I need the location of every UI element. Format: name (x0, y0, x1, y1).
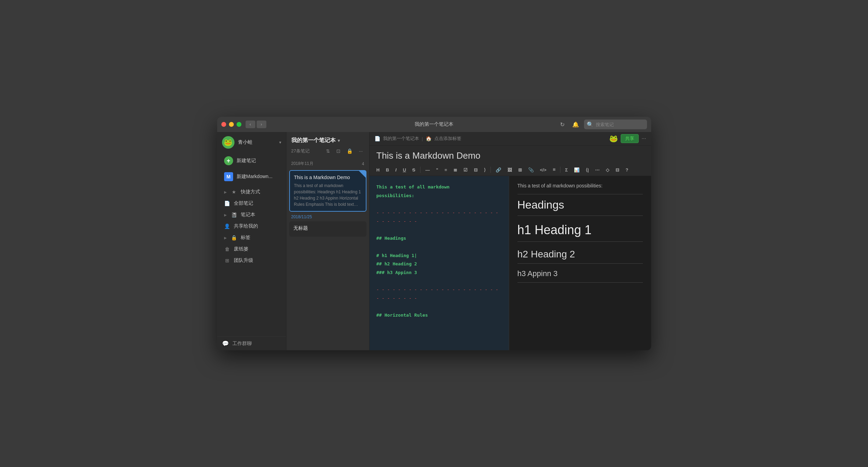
avatar: 🐸 (222, 136, 234, 149)
chart-button[interactable]: 📊 (572, 166, 582, 174)
main-content: 🐸 青小蛙 ▾ + 新建笔记 M 新建Markdown... ▶ ★ 快捷方式 (217, 132, 651, 350)
tag-placeholder[interactable]: 点击添加标签 (434, 135, 461, 142)
caret-icon: ▾ (338, 138, 340, 143)
note-date-label: 2018/11/25 (286, 213, 369, 220)
preview-headings-title: Headings (517, 199, 643, 216)
sidebar-item-notebooks[interactable]: ▶ 📓 笔记本 (219, 209, 284, 220)
note-list-toolbar: 27条笔记 ⇅ ⊡ 🔒 ··· (291, 148, 364, 155)
toolbar-separator (490, 167, 491, 173)
markdown-source[interactable]: This a test of all markdown possibilitie… (370, 176, 509, 350)
expand-icon: ▶ (224, 190, 227, 194)
sidebar-item-trash[interactable]: 🗑 废纸篓 (219, 244, 284, 255)
heading-button[interactable]: H (374, 166, 382, 174)
new-markdown-action[interactable]: M 新建Markdown... (219, 169, 284, 184)
table-button[interactable]: ⊞ (516, 166, 524, 174)
trash-icon: 🗑 (224, 246, 230, 252)
breadcrumb: 📄 我的第一个笔记本 | 🏠 点击添加标签 (374, 135, 606, 142)
search-input[interactable] (596, 122, 644, 127)
image-button[interactable]: 🖼 (505, 166, 514, 174)
note-list-panel: 我的第一个笔记本 ▾ 27条笔记 ⇅ ⊡ 🔒 ··· 2018年11月 4 Th… (286, 132, 370, 350)
editor-toolbar: H B I U S — " ≡ ≣ ☑ ⊟ ⟩ 🔗 🖼 ⊞ 📎 </> ⌗ (370, 164, 651, 176)
notebook-title-text: 我的第一个笔记本 (291, 137, 336, 144)
refresh-button[interactable]: ↻ (558, 120, 567, 129)
forward-button[interactable]: › (257, 121, 266, 128)
preview-intro: This a test of all markdown possibilitie… (517, 183, 643, 188)
minimize-button[interactable] (229, 122, 234, 127)
new-note-action[interactable]: + 新建笔记 (219, 153, 284, 168)
view-button[interactable]: ⊡ (335, 148, 342, 155)
team-icon: ⊞ (224, 258, 230, 263)
sidebar: 🐸 青小蛙 ▾ + 新建笔记 M 新建Markdown... ▶ ★ 快捷方式 (217, 132, 286, 350)
outline-button[interactable]: ◇ (604, 166, 611, 174)
search-bar[interactable]: 🔍 (584, 120, 647, 129)
editor-panel: 📄 我的第一个笔记本 | 🏠 点击添加标签 🐸 共享 ··· This is a… (370, 132, 651, 350)
note-item[interactable]: This is a Markdown Demo This a test of a… (289, 170, 366, 212)
notification-button[interactable]: 🔔 (571, 120, 581, 129)
sidebar-footer[interactable]: 💬 工作群聊 (217, 336, 286, 350)
editor-body: This a test of all markdown possibilitie… (370, 176, 651, 350)
link-button[interactable]: 🔗 (494, 166, 503, 174)
markdown-preview: This a test of all markdown possibilitie… (509, 176, 651, 350)
expand-icon: ▶ (224, 236, 227, 240)
grid-button[interactable]: ⊟ (613, 166, 621, 174)
sidebar-label: 笔记本 (241, 212, 255, 218)
breadcrumb-notebook: 我的第一个笔记本 (383, 135, 419, 142)
hr-button[interactable]: — (423, 166, 432, 174)
note-item[interactable]: 无标题 (289, 221, 366, 237)
app-window: ‹ › 我的第一个笔记本 ↻ 🔔 🔍 🐸 青小蛙 ▾ + 新建笔记 (217, 117, 651, 350)
footer-label: 工作群聊 (232, 341, 252, 347)
math-button[interactable]: Σ (563, 166, 570, 174)
date-section-header: 2018年11月 4 (286, 159, 369, 169)
help-button[interactable]: ? (623, 166, 630, 174)
avatar-small: 🐸 (609, 134, 618, 143)
ul-button[interactable]: ≡ (442, 166, 449, 174)
sidebar-user[interactable]: 🐸 青小蛙 ▾ (217, 132, 286, 153)
quote-button[interactable]: " (434, 166, 440, 174)
back-button[interactable]: ‹ (246, 121, 255, 128)
tags-icon: 🔒 (231, 235, 237, 240)
nav-buttons: ‹ › (246, 121, 266, 128)
embed-button[interactable]: 📎 (526, 166, 536, 174)
sort-button[interactable]: ⇅ (325, 148, 331, 155)
close-button[interactable] (221, 122, 226, 127)
ol-button[interactable]: ≣ (451, 166, 459, 174)
underline-button[interactable]: U (401, 166, 408, 174)
mind-button[interactable]: ⋯ (593, 166, 602, 174)
sidebar-item-shortcuts[interactable]: ▶ ★ 快捷方式 (219, 186, 284, 197)
toolbar-separator (420, 167, 420, 173)
username-label: 青小蛙 (238, 139, 253, 146)
sidebar-item-tags[interactable]: ▶ 🔒 标签 (219, 232, 284, 243)
flow-button[interactable]: ⟨| (584, 166, 591, 174)
outdent-button[interactable]: ⟩ (482, 166, 488, 174)
sidebar-label: 废纸篓 (234, 246, 248, 252)
lock-button[interactable]: 🔒 (345, 148, 354, 155)
share-button[interactable]: 共享 (621, 134, 639, 143)
checkbox-button[interactable]: ☑ (461, 166, 470, 174)
title-bar-right: ↻ 🔔 🔍 (558, 120, 647, 129)
code-block-button[interactable]: ⌗ (551, 166, 557, 174)
shared-icon: 👤 (224, 223, 230, 229)
new-note-label: 新建笔记 (237, 158, 256, 164)
sidebar-item-all-notes[interactable]: 📄 全部笔记 (219, 198, 284, 209)
strikethrough-button[interactable]: S (410, 166, 417, 174)
all-notes-icon: 📄 (224, 201, 230, 206)
breadcrumb-separator: | (422, 136, 423, 141)
note-list-header: 我的第一个笔记本 ▾ 27条笔记 ⇅ ⊡ 🔒 ··· (286, 132, 369, 159)
sidebar-label: 全部笔记 (234, 200, 253, 206)
traffic-lights (221, 122, 241, 127)
bold-button[interactable]: B (384, 166, 391, 174)
more-options-button[interactable]: ··· (641, 135, 646, 142)
note-title: 无标题 (293, 225, 362, 231)
expand-icon: ▶ (224, 213, 227, 217)
sidebar-item-shared[interactable]: 👤 共享给我的 (219, 221, 284, 232)
preview-h1: h1 Heading 1 (517, 223, 643, 242)
code-button[interactable]: </> (538, 166, 549, 174)
indent-button[interactable]: ⊟ (472, 166, 480, 174)
fullscreen-button[interactable] (237, 122, 241, 127)
italic-button[interactable]: I (393, 166, 399, 174)
more-button[interactable]: ··· (357, 148, 364, 155)
editor-title[interactable]: This is a Markdown Demo (377, 150, 644, 161)
sidebar-item-team[interactable]: ⊞ 团队升级 (219, 255, 284, 266)
tag-icon: 🏠 (426, 136, 432, 141)
sidebar-label: 快捷方式 (241, 189, 260, 195)
